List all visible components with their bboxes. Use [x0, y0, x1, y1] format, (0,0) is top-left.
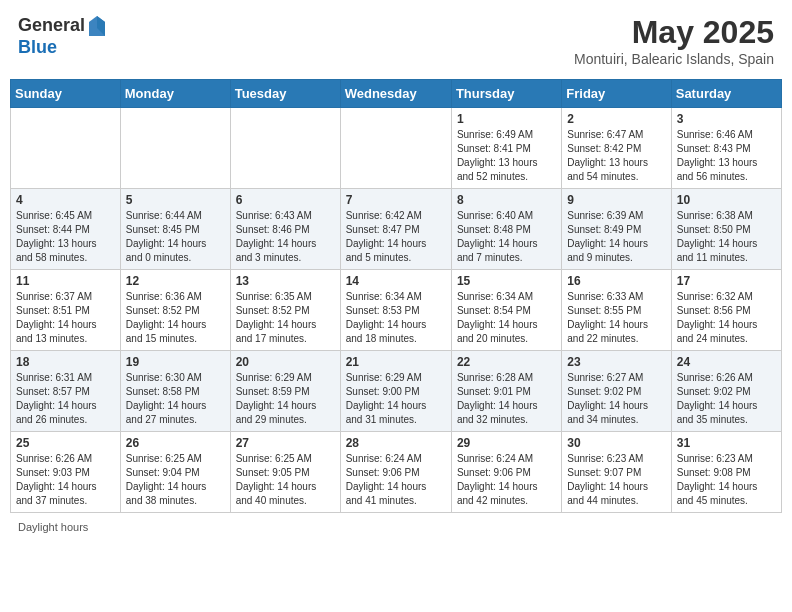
day-info: Sunrise: 6:30 AM Sunset: 8:58 PM Dayligh…	[126, 371, 225, 427]
calendar-cell: 17Sunrise: 6:32 AM Sunset: 8:56 PM Dayli…	[671, 270, 781, 351]
day-number: 21	[346, 355, 446, 369]
day-info: Sunrise: 6:28 AM Sunset: 9:01 PM Dayligh…	[457, 371, 556, 427]
day-number: 16	[567, 274, 665, 288]
day-info: Sunrise: 6:23 AM Sunset: 9:08 PM Dayligh…	[677, 452, 776, 508]
calendar-week-row: 11Sunrise: 6:37 AM Sunset: 8:51 PM Dayli…	[11, 270, 782, 351]
day-info: Sunrise: 6:36 AM Sunset: 8:52 PM Dayligh…	[126, 290, 225, 346]
col-header-wednesday: Wednesday	[340, 80, 451, 108]
day-number: 2	[567, 112, 665, 126]
calendar-cell: 8Sunrise: 6:40 AM Sunset: 8:48 PM Daylig…	[451, 189, 561, 270]
day-number: 19	[126, 355, 225, 369]
day-number: 31	[677, 436, 776, 450]
calendar-cell: 9Sunrise: 6:39 AM Sunset: 8:49 PM Daylig…	[562, 189, 671, 270]
calendar-cell: 6Sunrise: 6:43 AM Sunset: 8:46 PM Daylig…	[230, 189, 340, 270]
calendar-cell: 25Sunrise: 6:26 AM Sunset: 9:03 PM Dayli…	[11, 432, 121, 513]
day-number: 9	[567, 193, 665, 207]
day-number: 7	[346, 193, 446, 207]
calendar-cell: 27Sunrise: 6:25 AM Sunset: 9:05 PM Dayli…	[230, 432, 340, 513]
day-number: 8	[457, 193, 556, 207]
day-info: Sunrise: 6:31 AM Sunset: 8:57 PM Dayligh…	[16, 371, 115, 427]
month-title: May 2025	[574, 14, 774, 51]
location-subtitle: Montuiri, Balearic Islands, Spain	[574, 51, 774, 67]
day-info: Sunrise: 6:37 AM Sunset: 8:51 PM Dayligh…	[16, 290, 115, 346]
day-info: Sunrise: 6:46 AM Sunset: 8:43 PM Dayligh…	[677, 128, 776, 184]
calendar-cell: 21Sunrise: 6:29 AM Sunset: 9:00 PM Dayli…	[340, 351, 451, 432]
col-header-monday: Monday	[120, 80, 230, 108]
calendar-cell: 7Sunrise: 6:42 AM Sunset: 8:47 PM Daylig…	[340, 189, 451, 270]
day-info: Sunrise: 6:35 AM Sunset: 8:52 PM Dayligh…	[236, 290, 335, 346]
calendar-cell: 28Sunrise: 6:24 AM Sunset: 9:06 PM Dayli…	[340, 432, 451, 513]
day-info: Sunrise: 6:23 AM Sunset: 9:07 PM Dayligh…	[567, 452, 665, 508]
calendar-cell: 31Sunrise: 6:23 AM Sunset: 9:08 PM Dayli…	[671, 432, 781, 513]
logo-general: General	[18, 16, 85, 36]
page-header: General Blue May 2025 Montuiri, Balearic…	[10, 10, 782, 71]
day-number: 24	[677, 355, 776, 369]
calendar-cell: 24Sunrise: 6:26 AM Sunset: 9:02 PM Dayli…	[671, 351, 781, 432]
day-number: 23	[567, 355, 665, 369]
col-header-sunday: Sunday	[11, 80, 121, 108]
day-number: 13	[236, 274, 335, 288]
title-area: May 2025 Montuiri, Balearic Islands, Spa…	[574, 14, 774, 67]
day-number: 3	[677, 112, 776, 126]
calendar-cell: 11Sunrise: 6:37 AM Sunset: 8:51 PM Dayli…	[11, 270, 121, 351]
day-number: 20	[236, 355, 335, 369]
calendar-cell: 30Sunrise: 6:23 AM Sunset: 9:07 PM Dayli…	[562, 432, 671, 513]
calendar-week-row: 18Sunrise: 6:31 AM Sunset: 8:57 PM Dayli…	[11, 351, 782, 432]
day-number: 30	[567, 436, 665, 450]
day-info: Sunrise: 6:43 AM Sunset: 8:46 PM Dayligh…	[236, 209, 335, 265]
day-info: Sunrise: 6:34 AM Sunset: 8:54 PM Dayligh…	[457, 290, 556, 346]
calendar-cell: 4Sunrise: 6:45 AM Sunset: 8:44 PM Daylig…	[11, 189, 121, 270]
logo-icon	[87, 14, 107, 38]
day-number: 17	[677, 274, 776, 288]
day-info: Sunrise: 6:40 AM Sunset: 8:48 PM Dayligh…	[457, 209, 556, 265]
day-info: Sunrise: 6:45 AM Sunset: 8:44 PM Dayligh…	[16, 209, 115, 265]
calendar-cell: 15Sunrise: 6:34 AM Sunset: 8:54 PM Dayli…	[451, 270, 561, 351]
day-info: Sunrise: 6:29 AM Sunset: 9:00 PM Dayligh…	[346, 371, 446, 427]
day-info: Sunrise: 6:24 AM Sunset: 9:06 PM Dayligh…	[346, 452, 446, 508]
calendar-table: SundayMondayTuesdayWednesdayThursdayFrid…	[10, 79, 782, 513]
day-number: 22	[457, 355, 556, 369]
day-info: Sunrise: 6:25 AM Sunset: 9:04 PM Dayligh…	[126, 452, 225, 508]
day-info: Sunrise: 6:27 AM Sunset: 9:02 PM Dayligh…	[567, 371, 665, 427]
day-number: 18	[16, 355, 115, 369]
day-number: 10	[677, 193, 776, 207]
col-header-saturday: Saturday	[671, 80, 781, 108]
calendar-cell: 10Sunrise: 6:38 AM Sunset: 8:50 PM Dayli…	[671, 189, 781, 270]
day-info: Sunrise: 6:49 AM Sunset: 8:41 PM Dayligh…	[457, 128, 556, 184]
calendar-week-row: 25Sunrise: 6:26 AM Sunset: 9:03 PM Dayli…	[11, 432, 782, 513]
calendar-week-row: 1Sunrise: 6:49 AM Sunset: 8:41 PM Daylig…	[11, 108, 782, 189]
day-number: 1	[457, 112, 556, 126]
day-info: Sunrise: 6:33 AM Sunset: 8:55 PM Dayligh…	[567, 290, 665, 346]
col-header-thursday: Thursday	[451, 80, 561, 108]
calendar-header-row: SundayMondayTuesdayWednesdayThursdayFrid…	[11, 80, 782, 108]
calendar-cell: 26Sunrise: 6:25 AM Sunset: 9:04 PM Dayli…	[120, 432, 230, 513]
day-info: Sunrise: 6:26 AM Sunset: 9:03 PM Dayligh…	[16, 452, 115, 508]
day-number: 26	[126, 436, 225, 450]
logo-blue: Blue	[18, 37, 57, 57]
calendar-cell: 5Sunrise: 6:44 AM Sunset: 8:45 PM Daylig…	[120, 189, 230, 270]
calendar-week-row: 4Sunrise: 6:45 AM Sunset: 8:44 PM Daylig…	[11, 189, 782, 270]
calendar-cell: 29Sunrise: 6:24 AM Sunset: 9:06 PM Dayli…	[451, 432, 561, 513]
calendar-cell: 3Sunrise: 6:46 AM Sunset: 8:43 PM Daylig…	[671, 108, 781, 189]
calendar-cell	[230, 108, 340, 189]
day-number: 11	[16, 274, 115, 288]
day-number: 25	[16, 436, 115, 450]
calendar-cell: 13Sunrise: 6:35 AM Sunset: 8:52 PM Dayli…	[230, 270, 340, 351]
day-info: Sunrise: 6:42 AM Sunset: 8:47 PM Dayligh…	[346, 209, 446, 265]
col-header-tuesday: Tuesday	[230, 80, 340, 108]
day-info: Sunrise: 6:34 AM Sunset: 8:53 PM Dayligh…	[346, 290, 446, 346]
day-info: Sunrise: 6:25 AM Sunset: 9:05 PM Dayligh…	[236, 452, 335, 508]
calendar-cell: 23Sunrise: 6:27 AM Sunset: 9:02 PM Dayli…	[562, 351, 671, 432]
calendar-cell: 22Sunrise: 6:28 AM Sunset: 9:01 PM Dayli…	[451, 351, 561, 432]
calendar-cell	[11, 108, 121, 189]
calendar-cell: 16Sunrise: 6:33 AM Sunset: 8:55 PM Dayli…	[562, 270, 671, 351]
calendar-cell: 19Sunrise: 6:30 AM Sunset: 8:58 PM Dayli…	[120, 351, 230, 432]
day-number: 15	[457, 274, 556, 288]
day-info: Sunrise: 6:32 AM Sunset: 8:56 PM Dayligh…	[677, 290, 776, 346]
day-number: 14	[346, 274, 446, 288]
col-header-friday: Friday	[562, 80, 671, 108]
calendar-cell: 14Sunrise: 6:34 AM Sunset: 8:53 PM Dayli…	[340, 270, 451, 351]
calendar-cell: 12Sunrise: 6:36 AM Sunset: 8:52 PM Dayli…	[120, 270, 230, 351]
day-info: Sunrise: 6:26 AM Sunset: 9:02 PM Dayligh…	[677, 371, 776, 427]
day-number: 6	[236, 193, 335, 207]
